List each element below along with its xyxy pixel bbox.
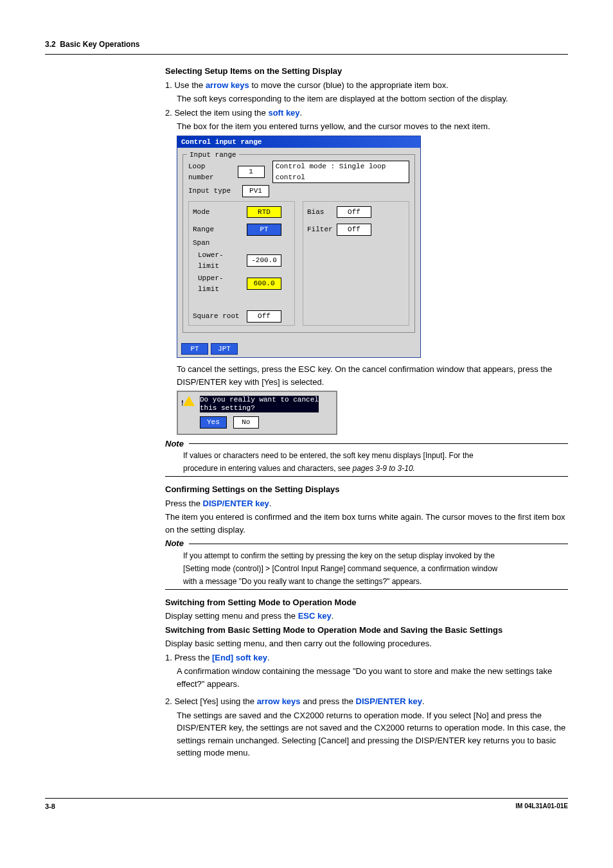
loop-number-label: Loop number bbox=[188, 161, 234, 182]
arrow-keys-ref-2: arrow keys bbox=[257, 696, 301, 706]
cancel-confirm-dialog: ! Do you really want to cancel this sett… bbox=[177, 391, 337, 435]
esc-key-ref: ESC key bbox=[298, 611, 332, 621]
page-ref: pages 3-9 to 3-10. bbox=[353, 464, 415, 473]
s1-cancel-text: To cancel the settings, press the ESC ke… bbox=[165, 363, 568, 388]
control-mode-field: Control mode : Single loop control bbox=[272, 161, 409, 183]
heading-switch-setting-mode: Switching from Setting Mode to Operation… bbox=[165, 596, 568, 609]
section-number: 3.2 bbox=[45, 40, 56, 49]
note2-end-rule bbox=[165, 589, 568, 590]
note1-body: If values or characters need to be enter… bbox=[165, 450, 568, 474]
note1-end-rule bbox=[165, 476, 568, 477]
s4-intro: Display basic setting menu, and then car… bbox=[165, 637, 568, 650]
heading-confirming-settings: Confirming Settings on the Setting Displ… bbox=[165, 483, 568, 496]
page-number: 3-8 bbox=[45, 801, 55, 812]
bias-field[interactable]: Off bbox=[337, 206, 371, 218]
arrow-keys-ref: arrow keys bbox=[206, 80, 249, 90]
upper-limit-field[interactable]: 600.0 bbox=[247, 278, 281, 290]
s2-line2: The item you entered is confirmed and th… bbox=[165, 511, 568, 536]
mode-field[interactable]: RTD bbox=[247, 206, 281, 218]
bias-label: Bias bbox=[307, 207, 333, 218]
right-subgroup: Bias Off Filter Off bbox=[303, 201, 409, 326]
note2-divider: Note bbox=[165, 537, 568, 550]
note1-label: Note bbox=[165, 438, 184, 450]
lower-limit-label: Lower-limit bbox=[198, 250, 243, 271]
heading-selecting-setup: Selecting Setup Items on the Setting Dis… bbox=[165, 65, 568, 78]
panel-titlebar: Control input range bbox=[177, 136, 420, 148]
filter-field[interactable]: Off bbox=[337, 224, 371, 236]
s1-step1: 1. Use the arrow keys to move the cursor… bbox=[165, 79, 568, 92]
s2-line1: Press the DISP/ENTER key. bbox=[165, 497, 568, 510]
control-input-range-panel: Control input range Input range Loop num… bbox=[177, 136, 421, 359]
s4-step2: 2. Select [Yes] using the arrow keys and… bbox=[165, 695, 568, 708]
left-subgroup: Mode RTD Range PT Span Lower-limit -200.… bbox=[188, 201, 295, 326]
dialog-message: Do you really want to cancel this settin… bbox=[200, 396, 319, 412]
input-range-legend: Input range bbox=[187, 150, 239, 161]
note2-label: Note bbox=[165, 537, 184, 550]
note2-body: If you attempt to confirm the setting by… bbox=[165, 550, 568, 587]
lower-limit-field[interactable]: -200.0 bbox=[247, 254, 281, 267]
disp-enter-key-ref: DISP/ENTER key bbox=[203, 499, 269, 508]
page-footer: 3-8 IM 04L31A01-01E bbox=[45, 798, 568, 812]
section-header: 3.2 Basic Key Operations bbox=[45, 39, 568, 50]
s1-step1-sub: The soft keys corresponding to the item … bbox=[165, 93, 568, 105]
input-type-field[interactable]: PV1 bbox=[242, 185, 269, 197]
range-field[interactable]: PT bbox=[247, 224, 281, 236]
soft-key-ref: soft key bbox=[268, 108, 299, 118]
warning-icon: ! bbox=[183, 396, 195, 410]
dialog-no-button[interactable]: No bbox=[233, 416, 259, 429]
s3-line1: Display setting menu and press the ESC k… bbox=[165, 610, 568, 623]
dialog-yes-button[interactable]: Yes bbox=[200, 416, 227, 429]
s1-step2: 2. Select the item using the soft key. bbox=[165, 107, 568, 120]
heading-switch-basic-setting-mode: Switching from Basic Setting Mode to Ope… bbox=[165, 624, 568, 637]
square-root-label: Square root bbox=[193, 311, 243, 322]
softkey-bar: PT JPT bbox=[177, 341, 420, 358]
loop-number-field[interactable]: 1 bbox=[238, 166, 265, 178]
input-type-label: Input type bbox=[188, 186, 238, 197]
manual-code: IM 04L31A01-01E bbox=[515, 801, 568, 812]
s1-step2-sub: The box for the item you entered turns y… bbox=[165, 120, 568, 133]
square-root-field[interactable]: Off bbox=[247, 310, 281, 323]
s4-step1: 1. Press the [End] soft key. bbox=[165, 651, 568, 664]
softkey-pt[interactable]: PT bbox=[181, 343, 208, 355]
upper-limit-label: Upper-limit bbox=[198, 273, 243, 294]
note1-divider: Note bbox=[165, 438, 568, 450]
input-range-group: Input range Loop number 1 Control mode :… bbox=[182, 154, 415, 333]
softkey-jpt[interactable]: JPT bbox=[211, 343, 238, 355]
end-soft-key-ref: [End] soft key bbox=[212, 653, 267, 662]
filter-label: Filter bbox=[307, 224, 333, 235]
s4-step1-sub: A confirmation window containing the mes… bbox=[165, 665, 568, 690]
s4-step2-sub: The settings are saved and the CX2000 re… bbox=[165, 709, 568, 759]
mode-label: Mode bbox=[193, 207, 243, 218]
disp-enter-key-ref-2: DISP/ENTER key bbox=[356, 696, 422, 706]
header-rule bbox=[45, 54, 568, 55]
span-label: Span bbox=[193, 238, 243, 249]
range-label: Range bbox=[193, 224, 243, 235]
section-title: Basic Key Operations bbox=[60, 40, 139, 49]
